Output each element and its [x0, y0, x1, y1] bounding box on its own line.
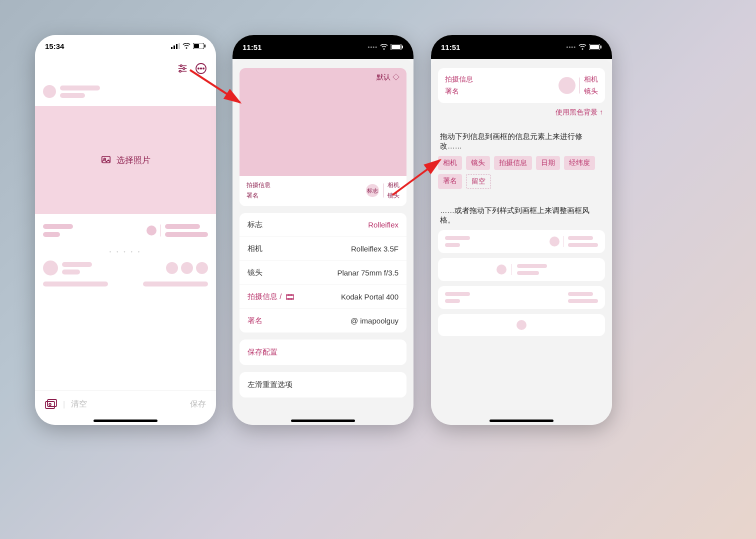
svg-point-12 [180, 70, 182, 72]
skeleton-circle [146, 226, 156, 236]
wifi-icon [182, 43, 190, 49]
status-bar: 11:51 •••• [431, 35, 612, 59]
skeleton-bar [43, 224, 73, 229]
wifi-icon [380, 44, 388, 50]
skeleton-bar [60, 93, 85, 98]
style-option-2[interactable] [438, 258, 605, 281]
config-label: 署名 [248, 316, 262, 326]
status-time: 11:51 [441, 43, 460, 52]
use-black-bg-toggle[interactable]: 使用黑色背景 ↑ [431, 108, 603, 117]
style-option-3[interactable] [438, 286, 605, 309]
sheet-background: 拍摄信息 署名 相机 镜头 使用黑色背景 ↑ 拖动下列信息到画框的信息元素上来进… [431, 59, 612, 425]
svg-point-16 [203, 68, 204, 69]
signal-dots: •••• [566, 44, 576, 50]
preview-camera-label: 相机 [388, 181, 400, 190]
skeleton-bar [43, 232, 60, 237]
config-label: 标志 [248, 220, 262, 230]
gallery-icon[interactable] [45, 399, 57, 410]
config-row-signature[interactable]: 署名 @ imapoolguy [240, 309, 406, 332]
swipe-reset-hint: 左滑重置选项 [240, 372, 406, 398]
config-label: 镜头 [248, 268, 262, 278]
divider: | [63, 400, 65, 409]
svg-rect-0 [171, 47, 172, 49]
tag-empty[interactable]: 留空 [466, 174, 491, 189]
config-value: Rolleiflex 3.5F [351, 244, 398, 253]
logo-badge: 标志 [366, 184, 379, 197]
status-bar: 11:51 •••• [232, 35, 414, 59]
save-config-button[interactable]: 保存配置 [240, 340, 406, 365]
svg-rect-3 [178, 43, 180, 49]
clear-button[interactable]: 清空 [71, 399, 87, 410]
svg-rect-19 [46, 402, 54, 408]
phone-screen-3: 11:51 •••• 拍摄信息 署名 相机 镜头 使用黑色背景 ↑ 拖动下列信 [431, 35, 612, 425]
header-lens-label[interactable]: 镜头 [584, 87, 598, 96]
preview-shooting-info-label: 拍摄信息 [246, 181, 270, 190]
svg-point-15 [200, 68, 202, 69]
config-row-logo[interactable]: 标志 Rolleiflex [240, 213, 406, 237]
svg-rect-24 [402, 46, 403, 48]
more-icon[interactable] [195, 62, 207, 74]
tag-lens[interactable]: 镜头 [466, 156, 490, 170]
svg-point-8 [180, 65, 182, 67]
drag-style-instruction: ……或者拖动下列样式到画框上来调整画框风格。 [440, 206, 603, 225]
skeleton-header-row [35, 80, 216, 103]
skeleton-bar [62, 270, 80, 274]
tag-date[interactable]: 日期 [536, 156, 560, 170]
home-indicator [490, 420, 554, 422]
film-icon [286, 294, 294, 300]
tag-shooting-info[interactable]: 拍摄信息 [494, 156, 532, 170]
skeleton-bar [43, 282, 108, 286]
svg-rect-20 [48, 400, 56, 406]
skeleton-meta-block [35, 220, 216, 241]
sheet-background: 默认 ◇ 拍摄信息 署名 标志 相机 镜头 标志 [232, 59, 414, 425]
preview-lens-label: 镜头 [388, 192, 400, 200]
battery-icon [390, 44, 404, 50]
skeleton-bar [143, 282, 208, 286]
image-icon [100, 155, 112, 165]
skeleton-circle [166, 262, 178, 274]
config-row-shooting-info[interactable]: 拍摄信息 / Kodak Portal 400 [240, 285, 406, 309]
status-bar: 15:34 [35, 35, 216, 57]
skeleton-circle [181, 262, 193, 274]
config-row-lens[interactable]: 镜头 Planar 75mm f/3.5 [240, 261, 406, 285]
header-signature-label[interactable]: 署名 [445, 87, 473, 96]
toolbar [35, 57, 216, 80]
select-photo-area[interactable]: 选择照片 [35, 106, 216, 214]
skeleton-circle [43, 260, 58, 276]
config-row-camera[interactable]: 相机 Rolleiflex 3.5F [240, 237, 406, 261]
info-tag-box: 相机 镜头 拍摄信息 日期 经纬度 署名 留空 [438, 156, 605, 189]
preview-image-area: 默认 ◇ [240, 68, 406, 176]
header-shooting-info-label[interactable]: 拍摄信息 [445, 75, 473, 84]
style-option-4[interactable] [438, 314, 605, 336]
divider [383, 184, 384, 198]
preview-footer: 拍摄信息 署名 标志 相机 镜头 [240, 176, 406, 206]
home-indicator [94, 420, 158, 422]
svg-rect-23 [392, 45, 400, 49]
header-logo-placeholder[interactable] [558, 77, 576, 94]
save-button[interactable]: 保存 [190, 400, 206, 408]
phone-screen-1: 15:34 选择照片 [35, 35, 216, 425]
status-icons [171, 43, 206, 49]
svg-rect-1 [174, 46, 175, 49]
filter-icon[interactable] [177, 63, 188, 74]
tag-camera[interactable]: 相机 [438, 156, 462, 170]
skeleton-bottom-bars [35, 282, 216, 286]
status-time: 15:34 [45, 42, 64, 50]
skeleton-bar [60, 86, 100, 90]
divider [580, 78, 580, 94]
config-value: Kodak Portal 400 [341, 292, 398, 301]
tag-signature[interactable]: 署名 [438, 174, 462, 189]
config-label: 相机 [248, 244, 262, 254]
svg-point-14 [198, 68, 199, 69]
header-camera-label[interactable]: 相机 [584, 75, 598, 84]
style-option-1[interactable] [438, 230, 605, 253]
skeleton-bar [165, 232, 208, 237]
preview-card: 默认 ◇ 拍摄信息 署名 标志 相机 镜头 [240, 68, 406, 206]
tag-latlng[interactable]: 经纬度 [564, 156, 595, 170]
preset-selector[interactable]: 默认 ◇ [376, 73, 400, 82]
wifi-icon [578, 44, 586, 50]
drag-info-instruction: 拖动下列信息到画框的信息元素上来进行修改…… [440, 132, 603, 151]
svg-rect-36 [600, 46, 602, 48]
config-label: 拍摄信息 / [248, 292, 294, 302]
signal-dots: •••• [368, 44, 378, 50]
